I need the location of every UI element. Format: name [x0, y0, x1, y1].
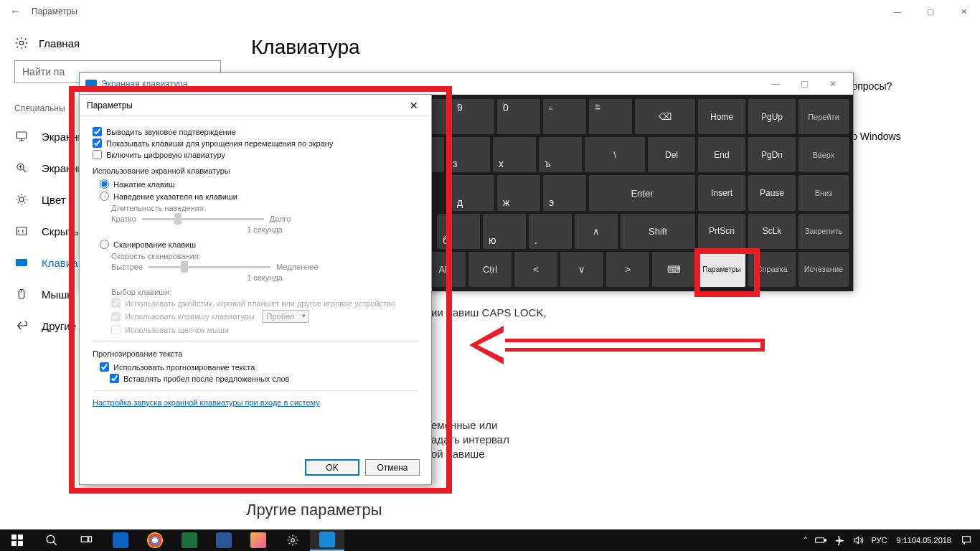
key-kha[interactable]: х — [493, 137, 536, 172]
tray-volume-icon[interactable] — [852, 534, 864, 546]
keyboard-icon — [14, 256, 29, 269]
ok-button[interactable]: OK — [305, 459, 359, 476]
tray-clock[interactable]: 9:1104.05.2018 — [897, 536, 951, 545]
key-help[interactable]: Справка — [748, 252, 796, 287]
startup-config-link[interactable]: Настройка запуска экранной клавиатуры пр… — [93, 398, 320, 407]
svg-rect-9 — [11, 541, 17, 546]
key-pause[interactable]: Pause — [748, 175, 796, 210]
key-dot[interactable]: . — [529, 214, 572, 249]
key-equals[interactable]: += — [589, 99, 632, 134]
back-icon — [14, 319, 29, 332]
minimize-button[interactable]: — — [881, 0, 914, 23]
svg-rect-17 — [963, 537, 971, 542]
key-insert[interactable]: Insert — [698, 175, 745, 210]
key-yu[interactable]: ю — [483, 214, 526, 249]
close-button[interactable]: ✕ — [947, 0, 980, 23]
osk-maximize[interactable]: ▢ — [790, 74, 819, 94]
radio-press[interactable]: Нажатие клавиш — [100, 179, 418, 189]
chk-predict[interactable]: Использовать прогнозирование текста — [100, 362, 418, 372]
radio-scan[interactable]: Сканирование клавиш — [100, 240, 418, 249]
key-de[interactable]: д — [451, 175, 494, 210]
key-end[interactable]: End — [698, 137, 745, 172]
back-button[interactable]: ← — [6, 1, 26, 22]
cancel-button[interactable]: Отмена — [365, 459, 420, 476]
key-enter[interactable]: Enter — [589, 175, 695, 210]
tray-power-icon[interactable] — [815, 536, 826, 545]
app-osk[interactable] — [310, 529, 344, 551]
home-label[interactable]: Главная — [39, 37, 80, 50]
bg-text-2: адать интервал — [431, 433, 509, 446]
osk-app-icon — [85, 80, 97, 88]
predict-label: Прогнозирование текста — [93, 349, 418, 358]
tray-notifications-icon[interactable] — [961, 534, 972, 546]
chk-numpad[interactable]: Включить цифровую клавиатуру — [93, 150, 418, 159]
hover-duration-label: Длительность наведения: — [111, 204, 418, 212]
dialog-close[interactable]: ✕ — [404, 95, 424, 116]
app-edge[interactable] — [103, 529, 138, 551]
chk-insert-space[interactable]: Вставлять пробел после предложенных слов — [110, 374, 418, 383]
osk-close[interactable]: ✕ — [819, 74, 847, 94]
key-pgup[interactable]: PgUp — [748, 99, 796, 134]
dialog-title: Параметры — [87, 100, 133, 110]
svg-rect-16 — [825, 540, 826, 542]
sidebar-item-label: Другие — [42, 320, 76, 332]
maximize-button[interactable]: ▢ — [914, 0, 947, 23]
key-pgdn[interactable]: PgDn — [748, 137, 796, 172]
tray-lang[interactable]: РУС — [871, 536, 887, 545]
key-up-arrow[interactable]: ∧ — [575, 214, 618, 249]
search-button[interactable] — [34, 529, 69, 551]
svg-point-3 — [19, 197, 24, 202]
taskview-button[interactable] — [69, 529, 103, 551]
svg-rect-1 — [17, 132, 27, 138]
sidebar-item-label: Скрыть — [42, 225, 78, 237]
svg-rect-5 — [17, 260, 27, 266]
key-prtscn[interactable]: PrtScn — [698, 214, 745, 249]
use-osk-label: Использование экранной клавиатуры — [93, 166, 418, 175]
key-dock[interactable]: Закрепить — [798, 214, 849, 249]
key-kbd-icon[interactable]: ⌨ — [652, 252, 695, 287]
monitor-icon — [14, 130, 29, 143]
app-paint[interactable] — [241, 529, 275, 551]
tray-airplane-icon[interactable] — [834, 534, 845, 546]
key-down-arrow[interactable]: ∨ — [560, 252, 603, 287]
start-button[interactable] — [0, 529, 34, 551]
key-backslash[interactable]: \ — [585, 137, 645, 172]
key-sclk[interactable]: ScLk — [748, 214, 796, 249]
key-ze[interactable]: з — [447, 137, 490, 172]
tray-expand[interactable]: ˄ — [804, 536, 808, 545]
key-down-nav[interactable]: Вниз — [798, 175, 849, 210]
osk-minimize[interactable]: — — [761, 74, 790, 94]
key-options[interactable]: Параметры — [698, 252, 745, 287]
app-excel[interactable] — [172, 529, 207, 551]
svg-point-14 — [291, 539, 295, 542]
key-ctrl[interactable]: Ctrl — [468, 252, 512, 287]
scan-speed-label: Скорость сканирования: — [111, 252, 418, 260]
key-right-arrow[interactable]: > — [606, 252, 649, 287]
other-settings-heading: Лругие параметры — [246, 501, 382, 519]
key-hard[interactable]: ъ — [539, 137, 582, 172]
chk-show-keys[interactable]: Показывать клавиши для упрощения перемещ… — [93, 138, 418, 148]
radio-hover[interactable]: Наведение указателя на клавиши — [100, 192, 418, 201]
app-settings[interactable] — [275, 529, 310, 551]
key-backspace[interactable]: ⌫ — [635, 99, 695, 134]
bg-text-1: еменные или — [431, 419, 497, 431]
key-home[interactable]: Home — [698, 99, 745, 134]
key-zhe[interactable]: ж — [497, 175, 540, 210]
key-fade[interactable]: Исчезание — [798, 252, 849, 287]
key-9[interactable]: (9 — [451, 99, 494, 134]
app-word[interactable] — [207, 529, 241, 551]
key-minus[interactable]: _- — [543, 99, 586, 134]
key-be[interactable]: б — [437, 214, 480, 249]
svg-rect-8 — [18, 534, 23, 540]
svg-rect-13 — [89, 537, 92, 542]
key-e[interactable]: э — [543, 175, 586, 210]
app-chrome[interactable] — [138, 529, 172, 551]
key-0[interactable]: )0 — [497, 99, 540, 134]
key-up-nav[interactable]: Вверх — [798, 137, 849, 172]
chk-sound[interactable]: Выводить звуковое подтверждение — [93, 127, 418, 136]
key-nav[interactable]: Перейти — [798, 99, 849, 134]
key-left-arrow[interactable]: < — [514, 252, 557, 287]
svg-rect-15 — [816, 538, 824, 543]
key-shift[interactable]: Shift — [621, 214, 695, 249]
key-del[interactable]: Del — [648, 137, 695, 172]
